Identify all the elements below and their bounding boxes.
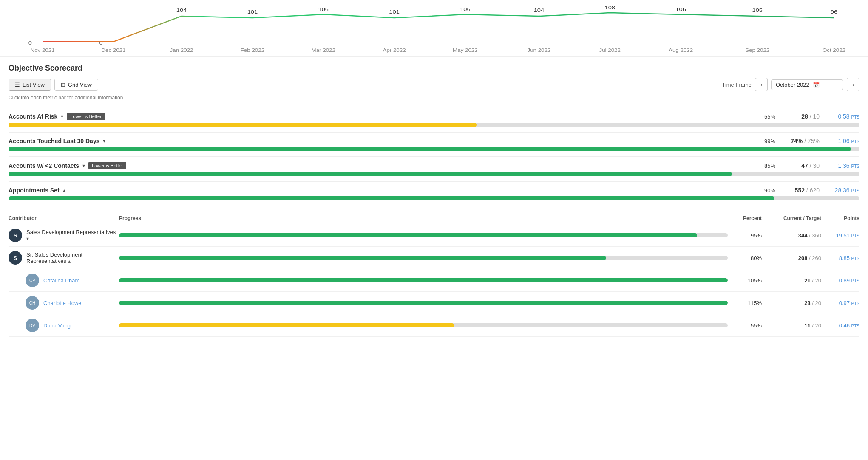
avatar-img-4: DV [26,319,39,332]
contributor-name-4[interactable]: Dana Vang [43,322,71,329]
view-toggle: ☰ List View ⊞ Grid View [9,79,98,91]
td-pts-2: 0.89 PTS [821,269,859,292]
svg-text:101: 101 [247,9,258,15]
svg-text:Mar 2022: Mar 2022 [312,48,335,53]
svg-text:Jan 2022: Jan 2022 [170,48,193,53]
metric-right-0: 55% 28 / 10 0.58 PTS [732,113,859,120]
metric-right-2: 85% 47 / 30 1.36 PTS [732,162,859,169]
table-row-0: S Sales Development Representatives ▾ 95… [9,224,859,247]
td-pts-0: 19.51 PTS [821,224,859,247]
timeframe-prev-button[interactable]: ‹ [755,78,768,91]
metric-value-1: 74% / 75% [786,138,820,144]
chart-area: 0 0 104 101 106 101 106 104 108 106 105 … [0,0,868,57]
timeframe-next-button[interactable]: › [847,78,859,91]
row-bar-fill-1 [119,256,606,260]
td-percent-1: 80% [728,247,762,269]
table-body: S Sales Development Representatives ▾ 95… [9,224,859,337]
svg-text:105: 105 [752,8,763,13]
avatar-img-3: CH [26,296,39,310]
td-value-3: 23 / 20 [762,292,821,314]
svg-text:Jun 2022: Jun 2022 [527,48,550,53]
row-chevron-1[interactable]: ▴ [68,258,71,264]
svg-text:Aug 2022: Aug 2022 [669,48,693,53]
svg-text:Apr 2022: Apr 2022 [383,48,406,53]
metric-bar-container-1 [9,147,859,151]
metric-chevron-0[interactable]: ▾ [61,113,63,119]
row-bar-container-2 [119,278,728,282]
metrics-container: Accounts At Risk ▾ Lower is Better 55% 2… [9,107,859,206]
td-value-2: 21 / 20 [762,269,821,292]
metric-percent-0: 55% [758,113,775,120]
metric-chevron-3[interactable]: ▴ [63,187,65,193]
td-contributor-2: CP Catalina Pham [9,269,119,292]
metric-row-1: Accounts Touched Last 30 Days ▾ 99% 74% … [9,133,859,157]
toolbar: ☰ List View ⊞ Grid View Time Frame ‹ Oct… [9,78,859,91]
metric-pts-2: 1.36 PTS [830,162,859,169]
td-percent-0: 95% [728,224,762,247]
metric-name-3: Appointments Set [9,187,60,194]
row-chevron-0[interactable]: ▾ [26,236,29,242]
metric-chevron-1[interactable]: ▾ [103,138,105,144]
svg-text:0: 0 [28,40,32,46]
metric-name-2: Accounts w/ <2 Contacts [9,162,79,169]
svg-text:108: 108 [605,5,615,11]
lower-badge-0: Lower is Better [67,113,105,120]
row-bar-container-4 [119,323,728,327]
td-progress-4 [119,314,728,337]
contributor-name-2[interactable]: Catalina Pham [43,277,79,284]
td-contributor-0: S Sales Development Representatives ▾ [9,224,119,247]
grid-view-label: Grid View [68,82,92,88]
avatar-img-2: CP [26,274,39,287]
svg-text:104: 104 [176,8,187,13]
td-percent-3: 115% [728,292,762,314]
svg-text:Jul 2022: Jul 2022 [599,48,621,53]
list-icon: ☰ [15,82,20,88]
td-contributor-4: DV Dana Vang [9,314,119,337]
metric-right-1: 99% 74% / 75% 1.06 PTS [732,138,859,144]
metric-left-0: Accounts At Risk ▾ Lower is Better [9,113,105,120]
svg-text:Oct 2022: Oct 2022 [823,48,845,53]
svg-text:104: 104 [534,8,544,13]
scorecard-title: Objective Scorecard [9,64,859,73]
contributor-name-1: Sr. Sales Development Representatives ▴ [26,251,119,264]
th-current-target: Current / Target [762,213,821,224]
td-contributor-1: S Sr. Sales Development Representatives … [9,247,119,269]
td-pts-4: 0.46 PTS [821,314,859,337]
list-view-button[interactable]: ☰ List View [9,79,51,91]
svg-text:106: 106 [675,7,686,12]
list-view-label: List View [23,82,45,88]
metric-right-3: 90% 552 / 620 28.36 PTS [732,187,859,194]
td-value-4: 11 / 20 [762,314,821,337]
td-progress-2 [119,269,728,292]
grid-icon: ⊞ [61,82,65,88]
metric-chevron-2[interactable]: ▾ [82,163,85,169]
metric-value-3: 552 / 620 [786,187,820,194]
row-bar-fill-2 [119,278,728,282]
score-chart: 0 0 104 101 106 101 106 104 108 106 105 … [9,4,859,56]
calendar-icon[interactable]: 📅 [813,82,820,88]
lower-badge-2: Lower is Better [88,162,126,169]
row-bar-fill-4 [119,323,454,327]
row-bar-container-1 [119,256,728,260]
metric-bar-fill-1 [9,147,851,151]
metric-percent-3: 90% [758,187,775,194]
timeframe-label: Time Frame [722,82,752,88]
td-progress-0 [119,224,728,247]
metric-percent-1: 99% [758,138,775,144]
svg-text:Nov 2021: Nov 2021 [31,48,55,53]
metric-percent-2: 85% [758,163,775,169]
grid-view-button[interactable]: ⊞ Grid View [54,79,98,91]
metric-name-1: Accounts Touched Last 30 Days [9,138,99,144]
table-row-1: S Sr. Sales Development Representatives … [9,247,859,269]
contributor-name-3[interactable]: Charlotte Howe [43,300,82,306]
th-progress: Progress [119,213,728,224]
row-bar-container-3 [119,301,728,305]
metric-row-3: Appointments Set ▴ 90% 552 / 620 28.36 P… [9,182,859,206]
scorecard-container: Objective Scorecard ☰ List View ⊞ Grid V… [0,57,868,344]
svg-text:May 2022: May 2022 [453,48,478,53]
svg-text:96: 96 [831,9,837,15]
metric-left-2: Accounts w/ <2 Contacts ▾ Lower is Bette… [9,162,126,169]
row-bar-fill-3 [119,301,728,305]
timeframe-input[interactable]: October 2022 📅 [771,79,843,90]
td-progress-1 [119,247,728,269]
